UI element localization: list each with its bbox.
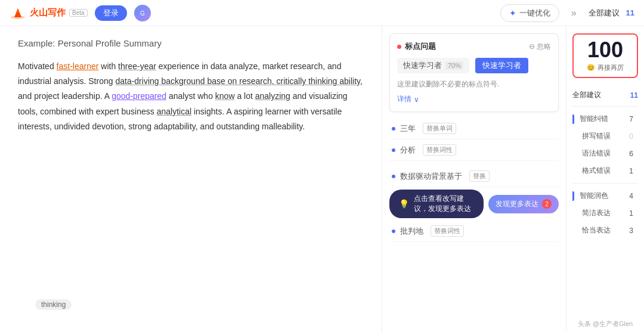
right-item-format[interactable]: 格式错误 1 [572, 163, 638, 178]
dot-blue-2 [392, 148, 395, 152]
tooltip-bar: 💡 点击查看改写建议，发现更多表达 发现更多表达 2 [389, 190, 559, 218]
avatar-icon: G [137, 7, 148, 19]
doc-body: Motivated fast-learner with three-year e… [18, 59, 364, 134]
tooltip-section: 数据驱动背景基于 替换 💡 点击查看改写建议，发现更多表达 发现更多表达 2 [389, 166, 559, 218]
suggestions-label: 全部建议 11 [589, 8, 634, 18]
header: 火山写作 Beta 登录 G ✦ 一键优化 » 全部建议 11 [0, 0, 644, 26]
right-section-all[interactable]: 全部建议 11 [572, 88, 638, 101]
thinking-badge: thinking [35, 299, 72, 310]
dot-blue-1 [392, 127, 395, 131]
tooltip-text: 点击查看改写建议，发现更多表达 [414, 194, 474, 214]
svg-text:G: G [140, 10, 145, 17]
right-item-spelling[interactable]: 拼写错误 0 [572, 129, 638, 144]
discover-button[interactable]: 发现更多表达 2 [488, 195, 559, 213]
ignore-button[interactable]: ⊖ 忽略 [529, 42, 551, 52]
suggestion-row-4[interactable]: 批判地 替换词性 [389, 221, 559, 242]
middle-panel: 标点问题 ⊖ 忽略 快速学习者 70% 快速学习者 这里建议删除不必要的标点符号… [382, 26, 566, 332]
avatar[interactable]: G [134, 5, 151, 21]
brand-name: 火山写作 [30, 7, 66, 18]
smile-icon: 😊 [587, 64, 595, 72]
optimize-button[interactable]: ✦ 一键优化 [500, 4, 559, 22]
card-desc: 这里建议删除不必要的标点符号. [397, 79, 551, 89]
suggestion-card-punctuation: 标点问题 ⊖ 忽略 快速学习者 70% 快速学习者 这里建议删除不必要的标点符号… [389, 33, 559, 112]
score-number: 100 [578, 39, 632, 61]
bulb-icon: 💡 [399, 199, 409, 209]
login-button[interactable]: 登录 [95, 5, 127, 21]
optimize-label: 一键优化 [519, 8, 550, 18]
suggestion-row-1[interactable]: 三年 替换单词 [389, 118, 559, 139]
highlight-analytical[interactable]: analytical [157, 107, 191, 116]
expand-button[interactable]: » [566, 5, 581, 21]
right-panel: 100 😊 再接再厉 全部建议 11 智能纠错 7 拼写错误 0 语法错误 6 [566, 26, 644, 332]
divider-1 [572, 106, 638, 107]
card-type-label: 标点问题 [405, 41, 436, 52]
content-area: Example: Personal Profile Summary Motiva… [0, 26, 382, 332]
right-item-grammar[interactable]: 语法错误 6 [572, 146, 638, 161]
word-comparison: 快速学习者 70% 快速学习者 [397, 58, 551, 73]
dot-blue-4 [392, 229, 395, 233]
discover-badge: 2 [542, 199, 552, 209]
discover-label: 发现更多表达 [496, 199, 538, 209]
right-item-appropriate[interactable]: 恰当表达 3 [572, 223, 638, 238]
right-item-smart-polish[interactable]: 智能润色 4 [572, 188, 638, 203]
highlight-good-prepared[interactable]: good-prepared [112, 91, 166, 101]
highlight-fast-learner[interactable]: fast-learner [57, 61, 99, 71]
highlight-know[interactable]: know [215, 91, 235, 101]
score-box: 100 😊 再接再厉 [572, 33, 638, 78]
score-sub: 😊 再接再厉 [578, 63, 632, 72]
card-header: 标点问题 ⊖ 忽略 [397, 41, 551, 52]
doc-title: Example: Personal Profile Summary [18, 38, 364, 48]
bar-polish [572, 191, 574, 201]
right-item-smart-correction[interactable]: 智能纠错 7 [572, 111, 638, 126]
right-item-concise[interactable]: 简洁表达 1 [572, 206, 638, 221]
card-detail-button[interactable]: 详情 ∨ [397, 94, 551, 104]
dot-blue-3 [392, 175, 395, 178]
dot-red [397, 45, 401, 49]
word-score: 70% [445, 61, 463, 70]
divider-2 [572, 183, 638, 184]
logo-area: 火山写作 Beta [10, 7, 88, 20]
watermark: 头条 @生产者Glen [566, 319, 644, 328]
highlight-analyzing[interactable]: analyzing [255, 91, 290, 101]
card-type: 标点问题 [397, 41, 436, 52]
logo-icon [10, 7, 26, 20]
main: Example: Personal Profile Summary Motiva… [0, 26, 644, 332]
ignore-label: 忽略 [537, 42, 551, 52]
beta-badge: Beta [69, 9, 88, 17]
highlight-data-driving[interactable]: data-driving background base on research… [115, 76, 360, 86]
suggestion-row-3[interactable]: 数据驱动背景基于 替换 [389, 166, 559, 187]
suggestion-row-2[interactable]: 分析 替换词性 [389, 139, 559, 161]
highlight-three-year[interactable]: three-year [118, 61, 156, 71]
suggestions-count: 11 [626, 8, 634, 17]
bar-correction [572, 114, 574, 124]
word-original: 快速学习者 70% [397, 58, 469, 73]
optimize-icon: ✦ [509, 8, 516, 18]
word-replace-button[interactable]: 快速学习者 [475, 58, 528, 73]
tooltip-bubble: 💡 点击查看改写建议，发现更多表达 [389, 190, 484, 218]
